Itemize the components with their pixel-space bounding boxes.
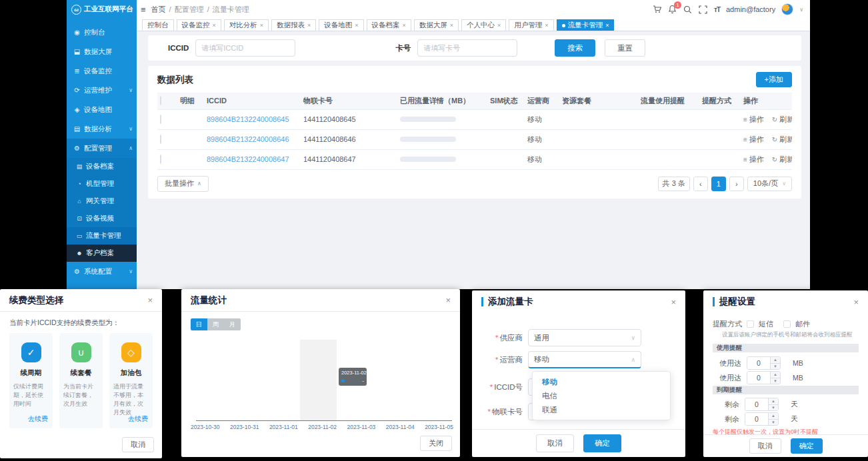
- close-icon[interactable]: ×: [497, 22, 501, 29]
- tab-user-mgmt[interactable]: 用户管理×: [509, 19, 553, 31]
- step-up-icon[interactable]: ▲: [769, 398, 778, 405]
- fullscreen-icon[interactable]: [699, 5, 708, 14]
- sidebar-item-data-analysis[interactable]: ▤ 数据分析 ∨: [67, 119, 137, 139]
- iccid-input[interactable]: [195, 39, 295, 57]
- font-size-icon[interactable]: тT: [714, 6, 720, 13]
- avatar[interactable]: [781, 3, 793, 15]
- sidebar-item-model-mgmt[interactable]: ◔ 机型管理: [67, 175, 137, 193]
- row-refresh-button[interactable]: ↻刷新: [772, 155, 792, 165]
- collapse-menu-icon[interactable]: ≡: [141, 5, 146, 15]
- sidebar-item-device-archive[interactable]: ▤ 设备档案: [67, 158, 137, 175]
- sidebar-item-system-config[interactable]: ⚙ 系统配置 ∨: [67, 262, 137, 281]
- expiry-value-1[interactable]: [745, 398, 768, 410]
- iccid-link[interactable]: 898604B2132240008647: [207, 155, 289, 163]
- sidebar-item-device-map[interactable]: ◈ 设备地图: [67, 100, 137, 119]
- sidebar-item-data-screen[interactable]: ⬓ 数据大屏: [67, 42, 137, 61]
- close-icon[interactable]: ×: [147, 296, 153, 304]
- iccid-link[interactable]: 898604B2132240008645: [207, 115, 289, 123]
- close-icon[interactable]: ×: [403, 22, 406, 29]
- close-icon[interactable]: ×: [307, 22, 311, 29]
- page-size-select[interactable]: 10条/页∨: [747, 177, 792, 191]
- renew-card-package[interactable]: ∪ 续套餐 为当前卡片续订套餐，次月生效: [59, 333, 103, 428]
- close-icon[interactable]: ×: [450, 22, 453, 29]
- cancel-button[interactable]: 取消: [749, 438, 781, 454]
- row-checkbox[interactable]: [160, 155, 161, 164]
- tab-console[interactable]: 控制台: [142, 19, 174, 31]
- row-refresh-button[interactable]: ↻刷新: [772, 115, 792, 125]
- close-button[interactable]: 关闭: [420, 436, 452, 451]
- breadcrumb-config[interactable]: 配置管理: [175, 5, 204, 15]
- row-checkbox[interactable]: [160, 135, 161, 144]
- confirm-button[interactable]: 确定: [583, 434, 621, 452]
- option-telecom[interactable]: 电信: [533, 389, 670, 403]
- go-renew-link[interactable]: 去续费: [128, 414, 148, 424]
- option-mobile[interactable]: 移动: [533, 375, 670, 389]
- sidebar-item-sim-card-mgmt[interactable]: ▭ 流量卡管理: [67, 227, 137, 244]
- close-icon[interactable]: ×: [213, 22, 216, 29]
- sidebar-item-device-video[interactable]: ⊡ 设备视频: [67, 210, 137, 227]
- step-down-icon[interactable]: ▼: [771, 378, 780, 384]
- step-down-icon[interactable]: ▼: [769, 420, 778, 426]
- confirm-button[interactable]: 确定: [791, 438, 823, 454]
- tab-device-map[interactable]: 设备地图×: [319, 19, 363, 31]
- page-number[interactable]: 1: [711, 177, 726, 191]
- search-icon[interactable]: [683, 5, 693, 14]
- step-down-icon[interactable]: ▼: [771, 364, 780, 370]
- usage-value-2[interactable]: [747, 372, 770, 384]
- renew-card-cycle[interactable]: ✓ 续周期 仅续计费周期，延长使用时间 去续费: [9, 333, 53, 428]
- close-icon[interactable]: ×: [260, 22, 263, 29]
- row-refresh-button[interactable]: ↻刷新: [772, 135, 792, 145]
- expiry-value-2[interactable]: [745, 413, 768, 425]
- toggle-week[interactable]: 周: [207, 318, 224, 330]
- cancel-button[interactable]: 取消: [122, 437, 154, 452]
- cancel-button[interactable]: 取消: [536, 434, 574, 452]
- step-down-icon[interactable]: ▼: [769, 405, 778, 411]
- option-unicom[interactable]: 联通: [533, 403, 670, 417]
- bell-icon[interactable]: 1: [668, 5, 677, 14]
- search-button[interactable]: 搜索: [555, 39, 595, 57]
- add-button[interactable]: +添加: [756, 72, 792, 87]
- reset-button[interactable]: 重置: [605, 39, 645, 57]
- row-checkbox[interactable]: [160, 115, 161, 124]
- sms-checkbox[interactable]: [747, 320, 754, 328]
- close-icon[interactable]: ×: [545, 22, 548, 29]
- close-icon[interactable]: ×: [355, 22, 358, 29]
- tab-compare[interactable]: 对比分析×: [224, 19, 269, 31]
- tab-device-archive[interactable]: 设备档案×: [367, 19, 411, 31]
- sidebar-item-config[interactable]: ⚙ 配置管理 ∧: [67, 139, 137, 158]
- tab-data-screen[interactable]: 数据大屏×: [414, 19, 459, 31]
- traffic-chart[interactable]: 2023-10-30 2023-10-31 2023-11-01 2023-11…: [191, 333, 453, 430]
- supplier-select[interactable]: 通用∨: [528, 329, 641, 346]
- step-up-icon[interactable]: ▲: [771, 372, 780, 378]
- breadcrumb-home[interactable]: 首页: [151, 5, 166, 15]
- sidebar-item-customer-archive[interactable]: ☻ 客户档案: [67, 244, 137, 262]
- go-renew-link[interactable]: 去续费: [28, 414, 48, 424]
- usage-value-1[interactable]: [747, 357, 770, 369]
- sidebar-item-operation[interactable]: ⟳ 运营维护 ∨: [67, 81, 137, 100]
- tab-report[interactable]: 数据报表×: [271, 19, 316, 31]
- sidebar-item-device-monitor[interactable]: ≣ 设备监控: [67, 61, 137, 81]
- close-icon[interactable]: ×: [671, 298, 676, 306]
- sidebar-item-gateway-mgmt[interactable]: ⌂ 网关管理: [67, 193, 137, 210]
- chevron-down-icon[interactable]: ∨: [799, 7, 803, 13]
- close-icon[interactable]: ×: [445, 296, 451, 304]
- card-no-input[interactable]: [417, 39, 517, 57]
- tab-device-monitor[interactable]: 设备监控×: [177, 19, 221, 31]
- select-all-checkbox[interactable]: [160, 96, 161, 105]
- tab-sim-card-mgmt[interactable]: 流量卡管理×: [557, 19, 615, 31]
- close-icon[interactable]: ×: [853, 298, 859, 306]
- toggle-month[interactable]: 月: [224, 318, 241, 330]
- cart-icon[interactable]: [653, 5, 662, 14]
- close-icon[interactable]: ×: [605, 22, 609, 29]
- toggle-day[interactable]: 日: [191, 318, 207, 330]
- tab-personal[interactable]: 个人中心×: [461, 19, 506, 31]
- renew-card-booster[interactable]: ◇ 加油包 适用于流量不够用，本月有效，次月失效 去续费: [109, 333, 153, 428]
- carrier-select[interactable]: 移动∧: [528, 351, 641, 368]
- row-actions-button[interactable]: ≡操作: [743, 155, 764, 165]
- batch-actions-button[interactable]: 批量操作∧: [157, 176, 209, 192]
- row-actions-button[interactable]: ≡操作: [743, 135, 764, 145]
- step-up-icon[interactable]: ▲: [769, 413, 778, 420]
- step-up-icon[interactable]: ▲: [771, 357, 780, 364]
- email-checkbox[interactable]: [783, 320, 791, 328]
- iccid-link[interactable]: 898604B2132240008646: [207, 135, 289, 143]
